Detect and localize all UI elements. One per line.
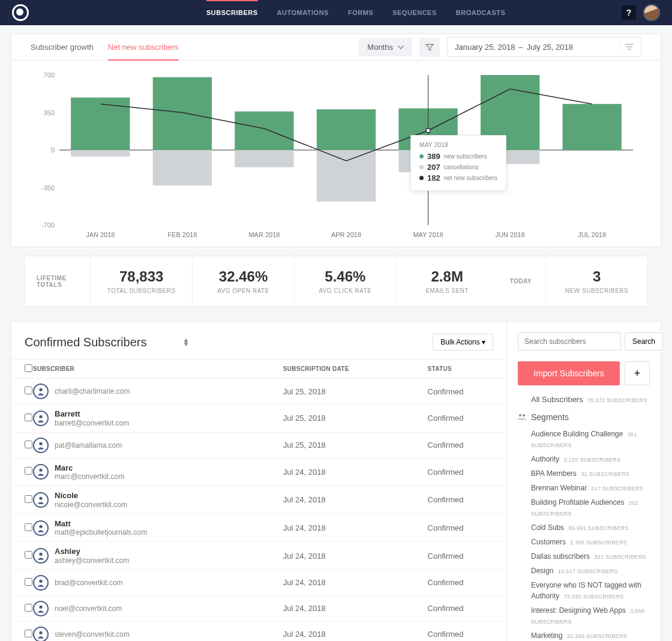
subscribers-title: Confirmed Subscribers — [25, 336, 146, 349]
person-icon — [33, 464, 49, 480]
all-subscribers-link[interactable]: All Subscribers 78,872 SUBSCRIBERS — [518, 395, 650, 404]
svg-point-27 — [426, 128, 430, 133]
segment-item[interactable]: Interest: Designing Web Apps 3,658 SUBSC… — [518, 603, 650, 628]
search-button[interactable]: Search — [625, 333, 663, 351]
svg-point-40 — [523, 414, 525, 417]
svg-rect-12 — [235, 112, 293, 150]
segment-item[interactable]: BPA Members 31 SUBSCRIBERS — [518, 466, 650, 481]
select-all-checkbox[interactable] — [25, 364, 32, 372]
row-checkbox[interactable] — [25, 604, 32, 612]
table-row[interactable]: charli@charlimarie.comJul 25, 2018Confir… — [11, 379, 506, 405]
help-button[interactable]: ? — [622, 5, 636, 20]
tab-subscriber-growth[interactable]: Subscriber growth — [31, 35, 94, 59]
row-checkbox[interactable] — [25, 578, 32, 586]
table-row[interactable]: Barrettbarrett@convertkit.comJul 25, 201… — [11, 405, 506, 433]
logo[interactable] — [12, 4, 29, 21]
svg-point-37 — [39, 631, 42, 634]
chevron-down-icon — [398, 46, 404, 49]
today-sublabel: NEW SUBSCRIBERS — [552, 287, 641, 294]
import-subscribers-button[interactable]: Import Subscribers — [518, 361, 620, 385]
tooltip-title: MAY 2018 — [419, 142, 497, 148]
person-icon — [33, 548, 49, 564]
table-row[interactable]: noel@convertkit.comJul 24, 2018Confirmed — [11, 595, 506, 621]
date-sep: – — [518, 43, 523, 52]
segment-item[interactable]: Cold Subs 65,991 SUBSCRIBERS — [518, 520, 650, 535]
svg-rect-9 — [153, 77, 212, 150]
stat-block: 32.46%AVG OPEN RATE — [193, 256, 295, 306]
segment-item[interactable]: Brennan Webinar 317 SUBSCRIBERS — [518, 481, 650, 495]
filter-button[interactable] — [419, 38, 440, 57]
user-avatar[interactable] — [643, 4, 660, 21]
funnel-icon — [425, 43, 434, 52]
nav-tab-forms[interactable]: FORMS — [338, 0, 383, 25]
th-status[interactable]: STATUS — [428, 360, 506, 379]
row-checkbox[interactable] — [25, 495, 32, 503]
segment-item[interactable]: Design 10,617 SUBSCRIBERS — [518, 564, 650, 578]
svg-point-34 — [39, 553, 42, 556]
th-subscriber[interactable]: SUBSCRIBER — [33, 360, 283, 379]
segment-item[interactable]: Audience Building Challenge 351 SUBSCRIB… — [518, 427, 650, 452]
nav-tabs: SUBSCRIBERSAUTOMATIONSFORMSSEQUENCESBROA… — [197, 0, 515, 25]
sort-toggle-icon[interactable]: ▲▼ — [182, 338, 189, 346]
table-row[interactable]: Ashleyashley@convertkit.comJul 24, 2018C… — [11, 542, 506, 570]
segment-item[interactable]: Everyone who IS NOT tagged with Authorit… — [518, 578, 650, 603]
table-row[interactable]: brad@convertkit.comJul 24, 2018Confirmed — [11, 570, 506, 595]
svg-point-35 — [39, 580, 42, 583]
stats-row: LIFETIME TOTALS 78,833TOTAL SUBSCRIBERS3… — [24, 256, 648, 307]
table-row[interactable]: Marcmarc@convertkit.comJul 24, 2018Confi… — [11, 458, 506, 486]
person-icon — [33, 438, 49, 453]
svg-text:JUN 2018: JUN 2018 — [496, 231, 525, 238]
segment-item[interactable]: Customers 2,705 SUBSCRIBERS — [518, 535, 650, 549]
segment-item[interactable]: Marketing 20,293 SUBSCRIBERS — [518, 628, 650, 641]
nav-tab-broadcasts[interactable]: BROADCASTS — [446, 0, 515, 25]
subscribers-panel: Confirmed Subscribers ▲▼ Bulk Actions ▾ … — [11, 321, 506, 641]
lifetime-label: LIFETIME TOTALS — [31, 275, 84, 288]
date-range-picker[interactable]: January 25, 2018 – July 25, 2018 — [447, 37, 641, 57]
table-row[interactable]: steven@convertkit.comJul 24, 2018Confirm… — [11, 621, 506, 641]
svg-point-32 — [39, 497, 42, 500]
chart[interactable]: 7003500-350-700JAN 2018FEB 2018MAR 2018A… — [11, 61, 661, 247]
segment-item[interactable]: Dallas subscribers 321 SUBSCRIBERS — [518, 549, 650, 564]
all-subs-count: 78,872 SUBSCRIBERS — [587, 397, 647, 403]
bulk-actions-button[interactable]: Bulk Actions ▾ — [433, 334, 493, 351]
th-date[interactable]: SUBSCRIPTION DATE — [283, 360, 428, 379]
person-icon — [33, 384, 49, 399]
person-icon — [33, 575, 49, 591]
table-row[interactable]: Nicolenicole@convertkit.comJul 24, 2018C… — [11, 486, 506, 514]
row-checkbox[interactable] — [25, 467, 32, 475]
svg-point-28 — [39, 388, 42, 391]
svg-rect-15 — [317, 109, 376, 150]
nav-tab-automations[interactable]: AUTOMATIONS — [268, 0, 338, 25]
svg-point-36 — [39, 606, 42, 609]
svg-rect-16 — [317, 150, 376, 202]
interval-dropdown[interactable]: Months — [359, 38, 412, 56]
tab-net-new[interactable]: Net new subscribers — [108, 35, 179, 61]
svg-point-39 — [519, 414, 521, 417]
svg-text:350: 350 — [44, 109, 55, 116]
interval-label: Months — [367, 43, 393, 52]
svg-rect-10 — [153, 150, 212, 185]
today-label: TODAY — [504, 278, 532, 284]
nav-tab-subscribers[interactable]: SUBSCRIBERS — [197, 0, 268, 25]
row-checkbox[interactable] — [25, 441, 32, 448]
person-icon — [33, 411, 49, 426]
person-icon — [33, 627, 49, 641]
date-from: January 25, 2018 — [455, 43, 515, 52]
svg-text:FEB 2018: FEB 2018 — [167, 231, 197, 238]
row-checkbox[interactable] — [25, 551, 32, 559]
segments-title: Segments — [531, 412, 569, 422]
nav-tab-sequences[interactable]: SEQUENCES — [383, 0, 446, 25]
table-row[interactable]: pat@llamallama.comJul 25, 2018Confirmed — [11, 432, 506, 458]
add-button[interactable]: + — [625, 361, 650, 385]
sidebar: Search Import Subscribers + All Subscrib… — [506, 321, 661, 641]
row-checkbox[interactable] — [25, 387, 32, 394]
segment-item[interactable]: Building Profitable Audiences 202 SUBSCR… — [518, 495, 650, 520]
row-checkbox[interactable] — [25, 414, 32, 421]
row-checkbox[interactable] — [25, 630, 32, 637]
table-row[interactable]: Mattmatt@epicbulletjournals.comJul 24, 2… — [11, 514, 506, 542]
search-input[interactable] — [518, 333, 621, 351]
row-checkbox[interactable] — [25, 523, 32, 531]
svg-rect-13 — [235, 150, 293, 167]
today-value: 3 — [552, 268, 641, 285]
segment-item[interactable]: Authority 2,120 SUBSCRIBERS — [518, 452, 650, 466]
